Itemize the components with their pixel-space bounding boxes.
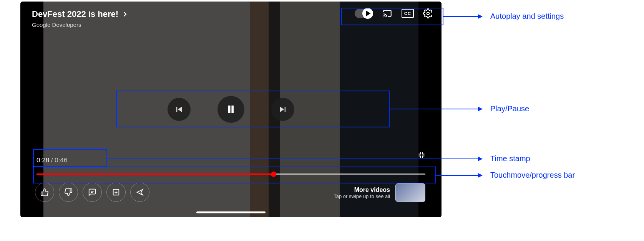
annotation-line-1 bbox=[443, 16, 482, 17]
thumbs-up-icon bbox=[40, 188, 49, 196]
annotation-line-3 bbox=[107, 158, 482, 159]
progress-played bbox=[37, 173, 274, 175]
comments-button[interactable] bbox=[83, 183, 102, 202]
cast-icon[interactable] bbox=[382, 8, 392, 18]
add-to-playlist-icon bbox=[112, 188, 120, 196]
more-videos[interactable]: More videos Tap or swipe up to see all bbox=[334, 183, 425, 202]
top-right-controls: CC bbox=[355, 8, 433, 18]
annotation-line-4 bbox=[436, 175, 482, 176]
previous-button[interactable] bbox=[168, 98, 191, 121]
svg-point-0 bbox=[383, 17, 384, 17]
chevron-right-icon bbox=[121, 11, 128, 18]
comment-icon bbox=[88, 188, 96, 196]
annotation-label-4: Touchmove/progress bar bbox=[490, 171, 575, 180]
like-button[interactable] bbox=[35, 183, 54, 202]
video-player[interactable]: DevFest 2022 is here! Google Developers … bbox=[20, 2, 442, 217]
title-area[interactable]: DevFest 2022 is here! Google Developers bbox=[32, 9, 128, 28]
timestamp: 0:28 / 0:46 bbox=[37, 157, 67, 164]
action-row bbox=[35, 183, 149, 202]
next-button[interactable] bbox=[271, 98, 294, 121]
dislike-button[interactable] bbox=[59, 183, 78, 202]
more-videos-thumbnail[interactable] bbox=[395, 183, 425, 202]
thumbs-down-icon bbox=[64, 188, 73, 196]
channel-name: Google Developers bbox=[32, 21, 128, 28]
exit-fullscreen-icon bbox=[418, 151, 425, 159]
autoplay-toggle[interactable] bbox=[355, 9, 373, 18]
time-current: 0:28 bbox=[37, 157, 49, 164]
captions-button[interactable]: CC bbox=[402, 9, 414, 18]
save-button[interactable] bbox=[106, 183, 126, 202]
time-duration: 0:46 bbox=[55, 157, 67, 164]
gear-icon[interactable] bbox=[423, 8, 433, 18]
progress-bar[interactable] bbox=[37, 173, 425, 175]
share-icon bbox=[136, 188, 144, 196]
annotation-line-2 bbox=[390, 109, 482, 109]
share-button[interactable] bbox=[130, 183, 149, 202]
annotation-label-2: Play/Pause bbox=[490, 104, 529, 113]
play-icon bbox=[363, 8, 373, 18]
more-videos-subtext: Tap or swipe up to see all bbox=[334, 193, 390, 199]
annotation-label-1: Autoplay and settings bbox=[490, 12, 564, 21]
pause-icon bbox=[224, 103, 237, 116]
home-indicator bbox=[196, 211, 266, 213]
skip-previous-icon bbox=[174, 104, 184, 115]
pause-button[interactable] bbox=[217, 96, 244, 123]
skip-next-icon bbox=[277, 104, 288, 115]
progress-thumb[interactable] bbox=[271, 172, 276, 177]
annotation-label-3: Time stamp bbox=[490, 154, 530, 163]
video-title: DevFest 2022 is here! bbox=[32, 9, 118, 19]
more-videos-heading: More videos bbox=[334, 187, 390, 193]
center-controls bbox=[168, 96, 294, 123]
svg-point-1 bbox=[427, 12, 430, 15]
